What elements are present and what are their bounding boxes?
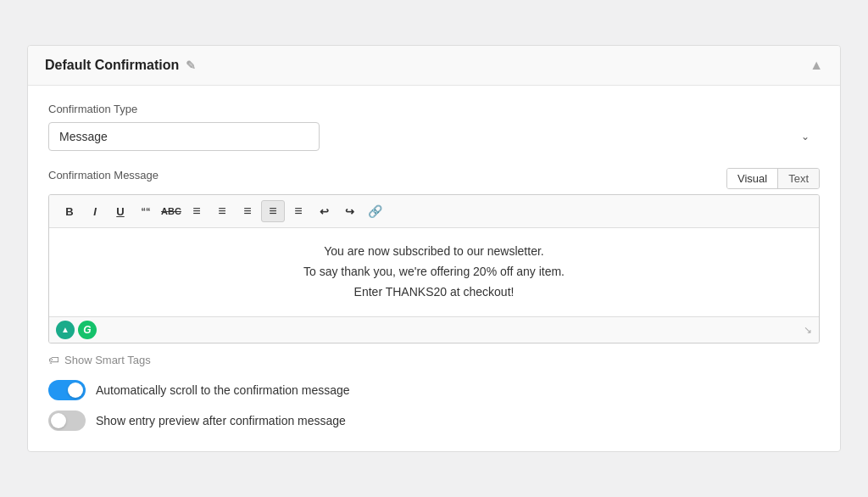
resize-handle[interactable]: ↘: [804, 324, 812, 336]
auto-scroll-toggle[interactable]: [48, 380, 86, 400]
strikethrough-button[interactable]: ABC: [159, 200, 183, 222]
select-chevron-icon: ⌄: [801, 131, 810, 142]
spell-check-icon[interactable]: ▲: [56, 321, 75, 339]
editor-footer: ▲ G ↘: [49, 316, 819, 343]
editor-line-1: You are now subscribed to our newsletter…: [66, 242, 802, 262]
default-confirmation-panel: Default Confirmation ✎ ▲ Confirmation Ty…: [27, 45, 841, 451]
text-toggle-button[interactable]: Text: [778, 169, 819, 188]
auto-scroll-slider: [48, 380, 86, 400]
editor-line-3: Enter THANKS20 at checkout!: [66, 282, 802, 303]
confirmation-message-label: Confirmation Message: [48, 169, 159, 181]
grammarly-icon[interactable]: G: [78, 321, 97, 339]
tag-icon: 🏷: [48, 354, 59, 366]
ordered-list-button[interactable]: ≡: [210, 200, 234, 222]
editor-toolbar: B I U ““ ABC ≡ ≡ ≡ ≡ ≡ ↩ ↪ 🔗: [49, 195, 819, 228]
smart-tags-link[interactable]: 🏷 Show Smart Tags: [48, 354, 820, 366]
confirmation-type-label: Confirmation Type: [48, 103, 820, 115]
entry-preview-toggle[interactable]: [48, 410, 86, 431]
align-left-button[interactable]: ≡: [236, 200, 259, 222]
editor-content[interactable]: You are now subscribed to our newsletter…: [49, 228, 819, 316]
smart-tags-label: Show Smart Tags: [64, 354, 151, 366]
redo-button[interactable]: ↪: [337, 200, 361, 222]
entry-preview-toggle-row: Show entry preview after confirmation me…: [48, 410, 820, 431]
panel-title-text: Default Confirmation: [45, 58, 179, 73]
underline-button[interactable]: U: [108, 200, 132, 222]
entry-preview-label: Show entry preview after confirmation me…: [96, 414, 346, 427]
auto-scroll-label: Automatically scroll to the confirmation…: [96, 383, 350, 397]
visual-toggle-button[interactable]: Visual: [727, 169, 778, 188]
blockquote-button[interactable]: ““: [134, 200, 158, 222]
edit-icon[interactable]: ✎: [186, 59, 196, 72]
bold-button[interactable]: B: [58, 200, 81, 222]
view-toggle: Visual Text: [726, 168, 820, 189]
panel-title: Default Confirmation ✎: [45, 58, 196, 73]
align-right-button[interactable]: ≡: [287, 200, 310, 222]
editor-container: B I U ““ ABC ≡ ≡ ≡ ≡ ≡ ↩ ↪ 🔗 You are now…: [48, 194, 820, 343]
panel-body: Confirmation Type Message Redirect ⌄ Con…: [28, 86, 840, 450]
panel-header: Default Confirmation ✎ ▲: [28, 46, 840, 86]
unordered-list-button[interactable]: ≡: [185, 200, 209, 222]
confirmation-message-header: Confirmation Message Visual Text: [48, 168, 820, 189]
entry-preview-slider: [48, 410, 86, 431]
link-button[interactable]: 🔗: [363, 200, 387, 222]
confirmation-type-select[interactable]: Message Redirect: [48, 122, 320, 151]
italic-button[interactable]: I: [83, 200, 107, 222]
undo-button[interactable]: ↩: [312, 200, 336, 222]
editor-line-2: To say thank you, we're offering 20% off…: [66, 262, 802, 282]
confirmation-type-select-wrapper: Message Redirect ⌄: [48, 122, 820, 151]
collapse-icon[interactable]: ▲: [810, 58, 823, 73]
editor-helper-icons: ▲ G: [56, 321, 97, 339]
align-center-button[interactable]: ≡: [261, 200, 285, 222]
auto-scroll-toggle-row: Automatically scroll to the confirmation…: [48, 380, 820, 400]
